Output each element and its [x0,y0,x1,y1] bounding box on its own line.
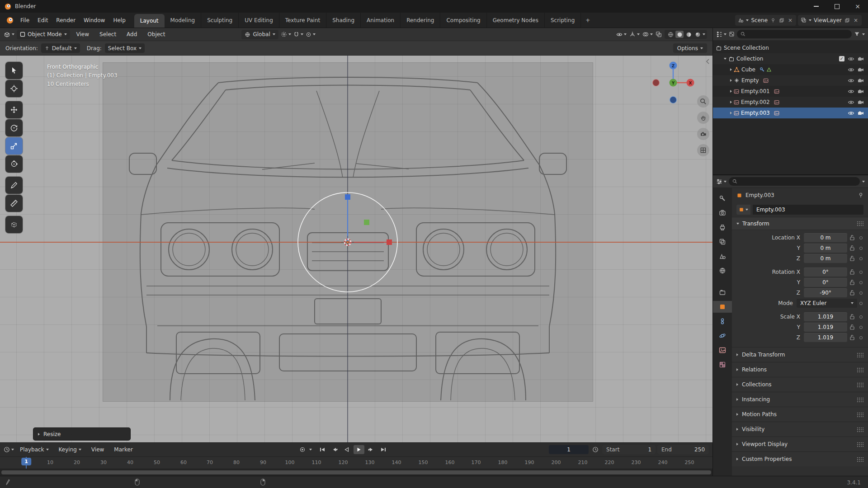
maximize-button[interactable] [826,0,847,13]
location-y-field[interactable]: 0 m [804,244,847,253]
shading-material-button[interactable] [684,31,693,38]
panel-visibility[interactable]: Visibility [732,422,868,436]
tab-physics[interactable] [713,330,732,342]
menu-render[interactable]: Render [52,15,80,25]
measure-tool[interactable] [5,195,23,212]
scene-selector[interactable]: Scene × [735,15,796,26]
scale-z-field[interactable]: 1.019 [804,333,847,342]
frame-start-field[interactable]: Start1 [602,445,656,454]
tab-texture[interactable] [713,359,732,371]
hide-in-viewport-icon[interactable] [848,78,854,83]
workspace-tab-shading[interactable]: Shading [326,13,361,28]
next-keyframe-button[interactable] [366,445,377,454]
transform-orientation-selector[interactable]: Global [241,30,278,39]
scale-x-field[interactable]: 1.019 [804,312,847,321]
location-z-field[interactable]: 0 m [804,254,847,263]
jump-to-start-button[interactable] [317,445,328,454]
object-id-icon[interactable] [736,205,750,215]
minimize-button[interactable] [806,0,826,13]
hide-in-viewport-icon[interactable] [848,111,854,116]
blender-menu-icon[interactable] [4,17,16,24]
empty-expand-icon[interactable] [730,79,732,82]
timeline-menu-marker[interactable]: Marker [110,445,137,455]
workspace-tab-sculpting[interactable]: Sculpting [201,13,239,28]
animate-rotation-y-dot[interactable] [857,281,864,284]
outliner-row-collection[interactable]: Collection ✓ [713,53,868,64]
workspace-tab-rendering[interactable]: Rendering [401,13,440,28]
add-primitive-tool[interactable] [5,216,23,233]
lock-location-z-icon[interactable] [847,256,857,261]
panel-delta-transform[interactable]: Delta Transform [732,347,868,362]
viewport-menu-object[interactable]: Object [143,29,169,39]
lock-scale-y-icon[interactable] [847,324,857,330]
frame-end-field[interactable]: End250 [657,445,709,454]
properties-options-dropdown-icon[interactable] [862,181,865,183]
transform-tool[interactable] [5,155,23,173]
camera-view-button[interactable] [697,128,709,140]
panel-instancing[interactable]: Instancing [732,392,868,407]
tab-view-layer[interactable] [713,236,732,248]
animate-scale-y-dot[interactable] [857,326,864,329]
panel-drag-grip-icon[interactable] [857,397,863,402]
outliner-row-empty-001[interactable]: Empty.001 [713,86,868,97]
lock-rotation-z-icon[interactable] [847,290,857,296]
new-viewlayer-icon[interactable] [844,17,850,23]
collection-exclude-checkbox[interactable]: ✓ [839,56,844,61]
play-button[interactable] [354,445,364,454]
scale-gizmo[interactable] [289,188,406,296]
overlays-toggle[interactable] [642,31,653,38]
panel-drag-grip-icon[interactable] [857,382,863,387]
workspace-tab-texture-paint[interactable]: Texture Paint [279,13,326,28]
rotation-x-field[interactable]: 0° [804,267,847,277]
lock-rotation-x-icon[interactable] [847,269,857,275]
panel-custom-properties[interactable]: Custom Properties [732,451,868,466]
panel-motion-paths[interactable]: Motion Paths [732,407,868,422]
tab-world[interactable] [713,265,732,277]
properties-editor-type-icon[interactable] [716,178,726,185]
viewlayer-selector[interactable]: ViewLayer × [798,15,862,26]
auto-key-button[interactable] [297,445,308,454]
scale-y-field[interactable]: 1.019 [804,323,847,332]
rotation-z-field[interactable]: -90° [804,288,847,297]
animate-rotation-mode-dot[interactable] [857,302,864,305]
viewport-menu-select[interactable]: Select [95,29,120,39]
jump-to-end-button[interactable] [378,445,389,454]
empty001-expand-icon[interactable] [730,90,732,93]
viewport-menu-add[interactable]: Add [123,29,141,39]
xray-toggle[interactable] [656,31,662,38]
outliner-filter-icon[interactable] [854,31,860,37]
unlink-scene-icon[interactable]: × [787,17,793,23]
pin-id-icon[interactable] [858,192,863,198]
lock-location-y-icon[interactable] [847,245,857,251]
annotate-tool[interactable] [5,177,23,194]
panel-relations[interactable]: Relations [732,362,868,377]
move-tool[interactable] [5,101,23,118]
editor-type-icon[interactable] [4,31,14,38]
prev-keyframe-button[interactable] [329,445,340,454]
animate-rotation-z-dot[interactable] [857,291,864,295]
transform-panel-header[interactable]: Transform [732,217,868,230]
panel-drag-grip-icon[interactable] [857,412,863,417]
animate-scale-x-dot[interactable] [857,315,864,319]
outliner-row-empty-002[interactable]: Empty.002 [713,97,868,108]
collection-expand-icon[interactable] [724,58,726,60]
outliner-search-input[interactable] [737,30,852,38]
animate-scale-z-dot[interactable] [857,336,864,339]
scale-tool[interactable] [5,137,23,155]
mode-selector[interactable]: Object Mode [17,30,70,39]
tab-object[interactable] [713,301,732,313]
workspace-tab-uv-editing[interactable]: UV Editing [239,13,279,28]
workspace-tab-modeling[interactable]: Modeling [165,13,202,28]
current-frame-field[interactable]: 1 [549,445,589,454]
lock-scale-x-icon[interactable] [847,314,857,319]
location-x-field[interactable]: 0 m [804,233,847,242]
panel-collections[interactable]: Collections [732,377,868,392]
remove-viewlayer-icon[interactable]: × [853,17,859,23]
disable-in-renders-icon[interactable] [858,67,864,72]
options-dropdown[interactable]: Options [673,43,707,53]
3d-viewport[interactable]: Front Orthographic (1) Collection | Empt… [0,56,712,442]
panel-drag-grip-icon[interactable] [857,367,863,372]
lock-scale-z-icon[interactable] [847,335,857,340]
panel-drag-grip-icon[interactable] [857,221,863,226]
new-scene-icon[interactable] [778,17,785,23]
